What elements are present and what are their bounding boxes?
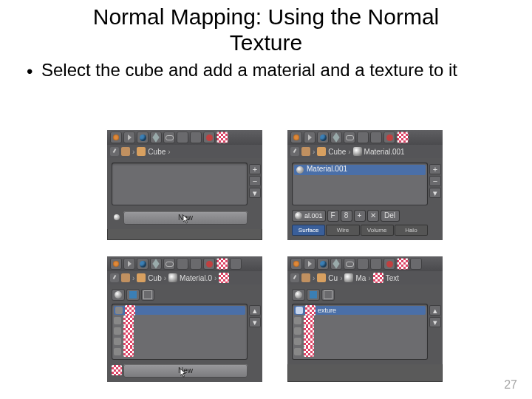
scene-tab-icon[interactable] [123,132,135,143]
new-texture-button[interactable]: New [123,364,248,378]
chevron-right-icon: › [214,274,216,282]
texture-slot-list[interactable]: ▴ ▾ [112,304,248,360]
world-tab-icon[interactable] [137,132,149,143]
objectdata-tab-icon[interactable] [370,258,382,270]
add-new-button[interactable]: + [354,210,366,222]
pin-icon[interactable] [110,147,119,156]
scene-tab-icon[interactable] [304,132,316,143]
texture-slot[interactable]: exture [294,306,426,315]
texture-tab-icon[interactable] [216,258,228,270]
checker-icon [125,305,135,316]
material-slot-list[interactable]: + − ▾ [112,163,248,205]
pin-icon[interactable] [110,273,119,282]
material-id-field[interactable]: al.001 [292,210,326,222]
checker-icon [304,316,314,326]
modifiers-tab-icon[interactable] [177,258,188,270]
texture-tab-icon[interactable] [216,132,228,143]
new-material-button[interactable]: New [123,211,248,225]
texture-slot[interactable] [114,327,245,335]
bullet-text: Select the cube and add a material and a… [41,60,457,82]
constraints-tab-icon[interactable] [344,132,355,143]
material-slot-list[interactable]: Material.001 + − ▾ [292,163,428,205]
texture-slot[interactable] [114,306,245,315]
chevron-right-icon: › [313,148,315,156]
bullet-list: • Select the cube and add a material and… [27,60,505,82]
object-tab-icon[interactable] [330,132,342,143]
delete-button[interactable]: Del [381,210,400,222]
texture-context-material[interactable] [112,289,125,301]
material-tab-icon[interactable] [383,132,395,143]
texture-context-material[interactable] [292,289,305,301]
material-tab-icon[interactable] [203,258,215,270]
object-tab-icon[interactable] [330,258,342,270]
particles-tab-icon[interactable] [410,258,422,270]
tab-wire[interactable]: Wire [326,225,359,236]
world-tab-icon[interactable] [317,132,329,143]
remove-slot-button[interactable]: − [249,176,261,186]
object-tab-icon[interactable] [150,258,162,270]
render-tab-icon[interactable] [290,132,302,143]
texture-browse-icon[interactable] [112,365,122,375]
material-ball-icon [296,166,304,174]
move-down-button[interactable]: ▾ [429,317,441,327]
world-tab-icon[interactable] [137,258,149,270]
tab-halo[interactable]: Halo [395,225,428,236]
material-icon [353,147,362,156]
texture-slot[interactable] [294,327,426,335]
tab-volume[interactable]: Volume [361,225,394,236]
texture-slot[interactable] [114,316,245,325]
texture-tab-icon[interactable] [397,132,409,143]
constraints-tab-icon[interactable] [344,258,355,270]
modifiers-tab-icon[interactable] [357,132,369,143]
material-tab-icon[interactable] [203,132,215,143]
objectdata-tab-icon[interactable] [190,258,202,270]
texture-slot[interactable] [294,316,426,325]
constraints-tab-icon[interactable] [163,258,175,270]
constraints-tab-icon[interactable] [163,132,175,143]
add-slot-button[interactable]: + [429,164,441,174]
move-up-button[interactable]: ▴ [429,305,441,316]
render-tab-icon[interactable] [110,132,122,143]
slide: Normal Mapping: Using the Normal Texture… [0,0,532,399]
slot-menu-button[interactable]: ▾ [429,188,441,198]
material-icon [168,273,177,282]
texture-slot[interactable] [294,347,426,356]
slot-menu-button[interactable]: ▾ [249,188,261,198]
datablock-row: New [112,210,248,225]
objectdata-tab-icon[interactable] [370,132,382,143]
object-tab-icon[interactable] [150,132,162,143]
texture-context-brush[interactable] [321,289,335,301]
render-tab-icon[interactable] [110,258,122,270]
pin-icon[interactable] [290,147,299,156]
texture-slot[interactable] [294,337,426,346]
add-slot-button[interactable]: + [249,164,261,174]
unlink-button[interactable]: ✕ [367,210,379,222]
modifiers-tab-icon[interactable] [357,258,369,270]
bullet-dot-icon: • [27,60,41,82]
world-tab-icon[interactable] [317,258,329,270]
objectdata-tab-icon[interactable] [190,132,202,143]
texture-slot-list[interactable]: exture ▴ ▾ [292,304,428,360]
render-tab-icon[interactable] [290,258,302,270]
tab-surface[interactable]: Surface [292,225,325,236]
texture-context-world[interactable] [307,289,320,301]
material-ball-icon[interactable] [112,212,122,222]
screenshot-d: › Cu › Ma › Text [287,256,443,382]
particles-tab-icon[interactable] [230,258,242,270]
scene-tab-icon[interactable] [123,258,135,270]
remove-slot-button[interactable]: − [429,176,441,186]
pin-icon[interactable] [290,273,299,282]
texture-slot[interactable] [114,337,245,346]
move-down-button[interactable]: ▾ [249,317,261,327]
texture-context-world[interactable] [126,289,140,301]
texture-context-brush[interactable] [141,289,154,301]
scene-tab-icon[interactable] [304,258,316,270]
texture-tab-icon[interactable] [397,258,409,270]
modifiers-tab-icon[interactable] [177,132,188,143]
breadcrumb-texture: Text [386,274,399,282]
fake-user-button[interactable]: F [327,210,339,222]
material-tab-icon[interactable] [383,258,395,270]
chevron-right-icon: › [348,148,350,156]
move-up-button[interactable]: ▴ [249,305,261,316]
texture-slot[interactable] [114,347,245,356]
